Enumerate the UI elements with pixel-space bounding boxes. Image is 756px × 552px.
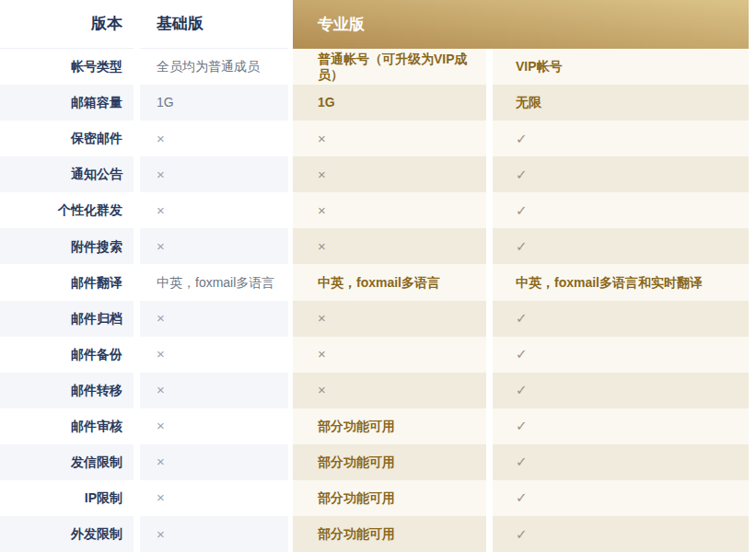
pro-normal-value: 部分功能可用 — [293, 444, 486, 480]
table-row: 帐号类型 全员均为普通成员 普通帐号（可升级为VIP成员） VIP帐号 — [0, 49, 756, 85]
check-icon: ✓ — [493, 516, 749, 552]
check-icon: ✓ — [493, 373, 749, 408]
basic-value: 全员均为普通成员 — [140, 49, 288, 85]
feature-label: IP限制 — [0, 480, 134, 516]
header-version: 版本 — [0, 0, 134, 49]
cross-icon: × — [140, 444, 288, 480]
check-icon: ✓ — [493, 444, 749, 480]
feature-label: 邮件翻译 — [0, 264, 134, 300]
check-icon: ✓ — [493, 156, 749, 192]
check-icon: ✓ — [493, 228, 749, 264]
feature-label: 个性化群发 — [0, 192, 134, 228]
check-icon: ✓ — [493, 301, 749, 337]
check-icon: ✓ — [493, 337, 749, 373]
feature-label: 邮件备份 — [0, 337, 134, 373]
cross-icon: × — [140, 192, 288, 228]
cross-icon: × — [293, 301, 486, 337]
table-row: 外发限制 × 部分功能可用 ✓ — [0, 516, 756, 552]
cross-icon: × — [140, 516, 288, 552]
table-row: 发信限制 × 部分功能可用 ✓ — [0, 444, 756, 480]
cross-icon: × — [140, 337, 288, 373]
table-row: 邮件审核 × 部分功能可用 ✓ — [0, 408, 756, 444]
pro-vip-value: 中英，foxmail多语言和实时翻译 — [493, 264, 749, 300]
feature-label: 邮件归档 — [0, 301, 134, 337]
table-row: 邮件归档 × × ✓ — [0, 301, 756, 337]
check-icon: ✓ — [493, 121, 749, 156]
cross-icon: × — [140, 480, 288, 516]
pro-normal-value: 中英，foxmail多语言 — [293, 264, 486, 300]
table-row: 个性化群发 × × ✓ — [0, 192, 756, 228]
cross-icon: × — [140, 373, 288, 408]
cross-icon: × — [140, 408, 288, 444]
feature-label: 邮件转移 — [0, 373, 134, 408]
pro-normal-value: 部分功能可用 — [293, 516, 486, 552]
table-row: IP限制 × 部分功能可用 ✓ — [0, 480, 756, 516]
header-basic-edition: 基础版 — [140, 0, 288, 49]
table-row: 邮件转移 × × ✓ — [0, 373, 756, 408]
table-row: 附件搜索 × × ✓ — [0, 228, 756, 264]
check-icon: ✓ — [493, 192, 749, 228]
feature-comparison-table: 版本 基础版 专业版 帐号类型 全员均为普通成员 普通帐号（可升级为VIP成员）… — [0, 0, 756, 552]
basic-value: 1G — [140, 85, 288, 121]
check-icon: ✓ — [493, 480, 749, 516]
table-row: 邮件备份 × × ✓ — [0, 337, 756, 373]
feature-label: 保密邮件 — [0, 121, 134, 156]
feature-label: 邮箱容量 — [0, 85, 134, 121]
cross-icon: × — [293, 156, 486, 192]
feature-label: 通知公告 — [0, 156, 134, 192]
table-row: 保密邮件 × × ✓ — [0, 121, 756, 156]
pro-normal-value: 1G — [293, 85, 486, 121]
pro-vip-value: VIP帐号 — [493, 49, 749, 85]
pro-normal-value: 部分功能可用 — [293, 408, 486, 444]
cross-icon: × — [140, 121, 288, 156]
feature-label: 外发限制 — [0, 516, 134, 552]
feature-label: 帐号类型 — [0, 49, 134, 85]
table-row: 邮件翻译 中英，foxmail多语言 中英，foxmail多语言 中英，foxm… — [0, 264, 756, 300]
basic-value: 中英，foxmail多语言 — [140, 264, 288, 300]
feature-label: 邮件审核 — [0, 408, 134, 444]
pro-vip-value: 无限 — [493, 85, 749, 121]
table-header-row: 版本 基础版 专业版 — [0, 0, 756, 49]
cross-icon: × — [293, 373, 486, 408]
pro-normal-value: 普通帐号（可升级为VIP成员） — [293, 49, 486, 85]
pro-normal-value: 部分功能可用 — [293, 480, 486, 516]
table-row: 通知公告 × × ✓ — [0, 156, 756, 192]
table-row: 邮箱容量 1G 1G 无限 — [0, 85, 756, 121]
cross-icon: × — [140, 228, 288, 264]
cross-icon: × — [293, 121, 486, 156]
cross-icon: × — [140, 156, 288, 192]
feature-label: 附件搜索 — [0, 228, 134, 264]
header-pro-edition: 专业版 — [293, 0, 749, 49]
feature-label: 发信限制 — [0, 444, 134, 480]
cross-icon: × — [293, 192, 486, 228]
cross-icon: × — [140, 301, 288, 337]
cross-icon: × — [293, 337, 486, 373]
cross-icon: × — [293, 228, 486, 264]
check-icon: ✓ — [493, 408, 749, 444]
